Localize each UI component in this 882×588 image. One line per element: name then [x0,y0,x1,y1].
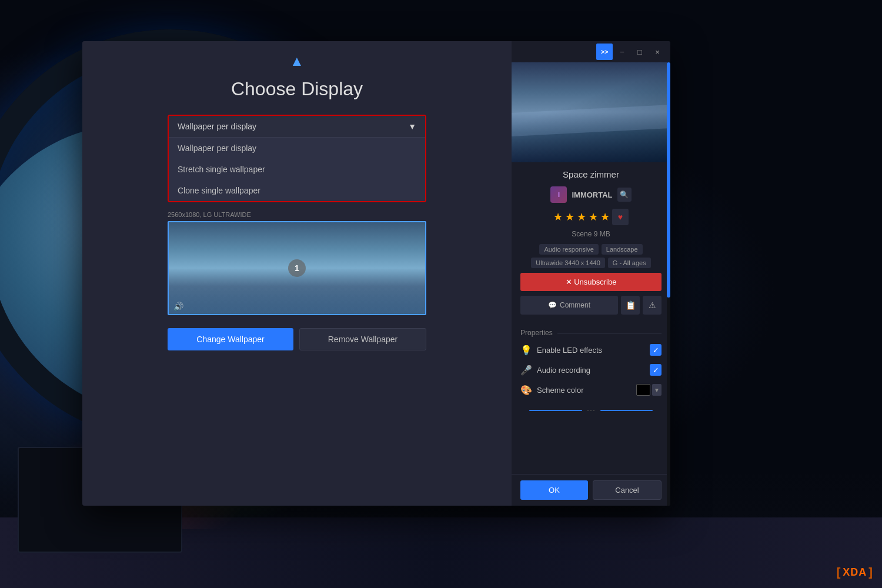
scroll-more-indicator: ··· [520,404,662,416]
dropdown-option-clone[interactable]: Clone single wallpaper [169,180,425,201]
audio-label: Audio recording [537,366,645,375]
author-search-button[interactable]: 🔍 [617,188,632,202]
color-dropdown-button[interactable]: ▼ [652,384,662,396]
scheme-icon: 🎨 [520,385,532,396]
right-panel: >> − □ × Space zimmer I IMMORTAL 🔍 ★ [512,41,670,506]
maximize-button[interactable]: □ [632,44,648,60]
choose-display-title: Choose Display [231,78,363,100]
display-preview-area: 2560x1080, LG ULTRAWIDE 1 🔊 [168,211,426,315]
sound-icon[interactable]: 🔊 [173,302,183,311]
remove-wallpaper-button[interactable]: Remove Wallpaper [299,328,426,350]
dropdown-option-stretch[interactable]: Stretch single wallpaper [169,159,425,180]
tags-row: Audio responsive Landscape Ultrawide 344… [520,244,662,268]
wallpaper-strip [512,105,670,136]
dropdown-header[interactable]: Wallpaper per display ▼ [169,116,425,137]
xda-bracket-right: ] [868,566,873,579]
led-label: Enable LED effects [537,346,645,355]
led-icon: 💡 [520,345,532,356]
star-3: ★ [577,211,586,223]
scene-size: Scene 9 MB [520,230,662,238]
heart-button[interactable]: ♥ [612,209,629,225]
scroll-line-right [600,410,653,411]
unsubscribe-button[interactable]: ✕ Unsubscribe [520,273,662,291]
tag-audio-responsive: Audio responsive [539,244,598,255]
avatar-letter: I [558,191,560,198]
fast-forward-button[interactable]: >> [596,44,613,60]
monitor-frame[interactable]: 1 🔊 [168,221,426,315]
tag-ultrawide: Ultrawide 3440 x 1440 [531,258,604,268]
dropdown-arrow-icon: ▼ [408,122,416,131]
comment-label: Comment [560,301,590,309]
dropdown-options-list: Wallpaper per display Stretch single wal… [169,137,425,201]
tag-rating: G - All ages [608,258,651,268]
cancel-button[interactable]: Cancel [593,480,662,500]
color-picker[interactable]: ▼ [636,384,662,396]
color-swatch[interactable] [636,384,650,396]
choose-display-section: ▲ Choose Display Wallpaper per display ▼… [94,53,500,350]
star-1: ★ [553,211,563,223]
app-window: ▲ Choose Display Wallpaper per display ▼… [82,41,670,506]
properties-header: Properties [520,329,662,337]
dropdown-selected-value: Wallpaper per display [178,122,256,131]
monitor-screen: 1 [169,222,425,314]
wallpaper-info: Space zimmer I IMMORTAL 🔍 ★ ★ ★ ★ ★ ♥ Sc… [512,162,670,329]
audio-checkbox[interactable]: ✓ [650,364,662,376]
properties-section: Properties 💡 Enable LED effects ✓ 🎤 Audi… [512,329,670,474]
monitor-number: 1 [288,259,306,277]
scheme-label: Scheme color [537,386,632,395]
stars-row: ★ ★ ★ ★ ★ ♥ [520,209,662,225]
close-button[interactable]: × [649,44,666,60]
dropdown-option-per-display[interactable]: Wallpaper per display [169,138,425,159]
comment-button[interactable]: 💬 Comment [520,296,618,315]
title-bar: >> − □ × [512,41,670,62]
xda-bracket-left: [ [837,566,841,579]
display-label: 2560x1080, LG ULTRAWIDE [168,211,426,218]
properties-label: Properties [520,329,553,337]
author-name: IMMORTAL [572,191,612,199]
property-row-led: 💡 Enable LED effects ✓ [520,344,662,356]
wallpaper-name: Space zimmer [520,169,662,179]
wallpaper-thumbnail [512,62,670,162]
star-5: ★ [600,211,610,223]
change-wallpaper-button[interactable]: Change Wallpaper [168,328,293,350]
tag-landscape: Landscape [602,244,643,255]
flag-button[interactable]: ⚠ [643,296,662,315]
chevron-up-icon[interactable]: ▲ [290,53,304,69]
author-row: I IMMORTAL 🔍 [520,186,662,203]
scroll-dots: ··· [587,404,596,416]
left-panel: ▲ Choose Display Wallpaper per display ▼… [82,41,512,506]
star-4: ★ [589,211,598,223]
wallpaper-action-buttons: Change Wallpaper Remove Wallpaper [168,328,426,350]
star-2: ★ [565,211,574,223]
scroll-line-left [529,410,582,411]
led-checkbox[interactable]: ✓ [650,344,662,356]
minimize-button[interactable]: − [614,44,630,60]
scrollbar-thumb[interactable] [667,62,670,298]
comment-icon: 💬 [548,301,557,309]
property-row-audio: 🎤 Audio recording ✓ [520,364,662,376]
comment-row: 💬 Comment 📋 ⚠ [520,296,662,315]
ok-button[interactable]: OK [520,480,588,500]
copy-button[interactable]: 📋 [621,296,640,315]
xda-text: XDA [843,566,867,579]
display-mode-dropdown[interactable]: Wallpaper per display ▼ Wallpaper per di… [168,115,426,202]
bottom-buttons: OK Cancel [512,474,670,506]
author-avatar: I [550,186,567,203]
xda-logo: [ XDA ] [837,566,873,579]
audio-icon: 🎤 [520,365,532,376]
scrollbar-track [667,62,670,506]
property-row-scheme: 🎨 Scheme color ▼ [520,384,662,396]
